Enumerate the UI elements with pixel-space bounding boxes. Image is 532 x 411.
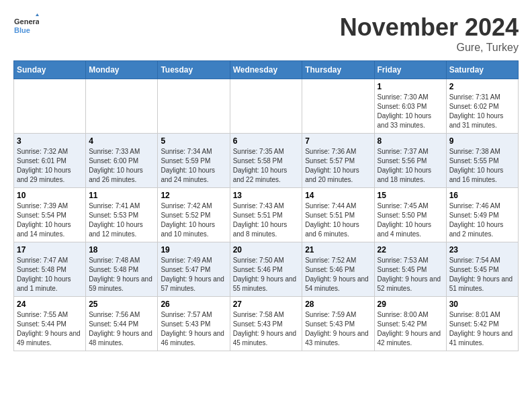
- svg-marker-2: [36, 13, 39, 16]
- day-number: 19: [161, 245, 226, 255]
- logo-svg: General Blue: [13, 13, 39, 39]
- day-info: Sunrise: 7:35 AM Sunset: 5:58 PM Dayligh…: [233, 147, 300, 185]
- day-info: Sunrise: 7:58 AM Sunset: 5:43 PM Dayligh…: [233, 310, 300, 348]
- day-info: Sunrise: 7:59 AM Sunset: 5:43 PM Dayligh…: [305, 310, 371, 348]
- day-number: 15: [378, 191, 443, 200]
- day-info: Sunrise: 7:45 AM Sunset: 5:50 PM Dayligh…: [378, 201, 443, 239]
- calendar-cell: [14, 79, 86, 134]
- day-number: 30: [449, 300, 515, 309]
- day-number: 13: [233, 191, 300, 200]
- calendar-cell: 14Sunrise: 7:44 AM Sunset: 5:51 PM Dayli…: [302, 188, 374, 242]
- day-info: Sunrise: 7:52 AM Sunset: 5:46 PM Dayligh…: [305, 256, 371, 293]
- calendar-week-3: 10Sunrise: 7:39 AM Sunset: 5:54 PM Dayli…: [14, 188, 519, 242]
- day-number: 2: [449, 82, 515, 91]
- calendar-table: SundayMondayTuesdayWednesdayThursdayFrid…: [13, 60, 519, 351]
- calendar-cell: 29Sunrise: 8:00 AM Sunset: 5:42 PM Dayli…: [374, 297, 446, 351]
- day-number: 27: [233, 300, 300, 309]
- calendar-header-wednesday: Wednesday: [230, 61, 302, 79]
- calendar-cell: 13Sunrise: 7:43 AM Sunset: 5:51 PM Dayli…: [230, 188, 302, 242]
- calendar-cell: 20Sunrise: 7:50 AM Sunset: 5:46 PM Dayli…: [230, 242, 302, 297]
- svg-text:General: General: [14, 17, 39, 26]
- day-number: 12: [161, 191, 226, 200]
- day-info: Sunrise: 7:34 AM Sunset: 5:59 PM Dayligh…: [161, 147, 226, 185]
- calendar-week-1: 1Sunrise: 7:30 AM Sunset: 6:03 PM Daylig…: [14, 79, 519, 134]
- day-number: 21: [305, 245, 371, 255]
- location: Gure, Turkey: [340, 42, 519, 54]
- calendar-cell: 9Sunrise: 7:38 AM Sunset: 5:55 PM Daylig…: [446, 134, 518, 188]
- calendar-cell: 15Sunrise: 7:45 AM Sunset: 5:50 PM Dayli…: [374, 188, 446, 242]
- day-number: 17: [17, 245, 83, 255]
- day-number: 18: [89, 245, 154, 255]
- calendar-cell: 18Sunrise: 7:48 AM Sunset: 5:48 PM Dayli…: [86, 242, 158, 297]
- page-header: General Blue November 2024 Gure, Turkey: [13, 13, 519, 54]
- day-info: Sunrise: 7:46 AM Sunset: 5:49 PM Dayligh…: [449, 201, 515, 239]
- day-info: Sunrise: 7:30 AM Sunset: 6:03 PM Dayligh…: [378, 93, 443, 130]
- calendar-header-tuesday: Tuesday: [158, 61, 230, 79]
- calendar-cell: 27Sunrise: 7:58 AM Sunset: 5:43 PM Dayli…: [230, 297, 302, 351]
- day-info: Sunrise: 7:39 AM Sunset: 5:54 PM Dayligh…: [17, 201, 83, 239]
- day-info: Sunrise: 7:31 AM Sunset: 6:02 PM Dayligh…: [449, 93, 515, 130]
- day-number: 16: [449, 191, 515, 200]
- calendar-cell: [302, 79, 374, 134]
- calendar-cell: 3Sunrise: 7:32 AM Sunset: 6:01 PM Daylig…: [14, 134, 86, 188]
- day-number: 6: [233, 136, 300, 146]
- day-number: 22: [378, 245, 443, 255]
- calendar-cell: 17Sunrise: 7:47 AM Sunset: 5:48 PM Dayli…: [14, 242, 86, 297]
- svg-text:Blue: Blue: [14, 26, 30, 34]
- day-info: Sunrise: 7:38 AM Sunset: 5:55 PM Dayligh…: [449, 147, 515, 185]
- day-number: 8: [378, 136, 443, 146]
- day-number: 9: [449, 136, 515, 146]
- day-info: Sunrise: 7:37 AM Sunset: 5:56 PM Dayligh…: [378, 147, 443, 185]
- day-number: 28: [305, 300, 371, 309]
- calendar-cell: [230, 79, 302, 134]
- day-number: 24: [17, 300, 83, 309]
- day-number: 29: [378, 300, 443, 309]
- month-title: November 2024: [340, 13, 519, 42]
- day-number: 25: [89, 300, 154, 309]
- calendar-cell: 30Sunrise: 8:01 AM Sunset: 5:42 PM Dayli…: [446, 297, 518, 351]
- logo: General Blue: [13, 13, 39, 39]
- day-info: Sunrise: 7:44 AM Sunset: 5:51 PM Dayligh…: [305, 201, 371, 239]
- day-number: 14: [305, 191, 371, 200]
- day-number: 4: [89, 136, 154, 146]
- day-info: Sunrise: 7:48 AM Sunset: 5:48 PM Dayligh…: [89, 256, 154, 293]
- day-info: Sunrise: 7:54 AM Sunset: 5:45 PM Dayligh…: [449, 256, 515, 293]
- day-info: Sunrise: 7:57 AM Sunset: 5:43 PM Dayligh…: [161, 310, 226, 348]
- day-number: 11: [89, 191, 154, 200]
- calendar-cell: 16Sunrise: 7:46 AM Sunset: 5:49 PM Dayli…: [446, 188, 518, 242]
- day-info: Sunrise: 7:33 AM Sunset: 6:00 PM Dayligh…: [89, 147, 154, 185]
- calendar-cell: [86, 79, 158, 134]
- calendar-cell: 22Sunrise: 7:53 AM Sunset: 5:45 PM Dayli…: [374, 242, 446, 297]
- calendar-cell: [158, 79, 230, 134]
- calendar-cell: 11Sunrise: 7:41 AM Sunset: 5:53 PM Dayli…: [86, 188, 158, 242]
- day-info: Sunrise: 7:43 AM Sunset: 5:51 PM Dayligh…: [233, 201, 300, 239]
- day-info: Sunrise: 7:50 AM Sunset: 5:46 PM Dayligh…: [233, 256, 300, 293]
- day-number: 26: [161, 300, 226, 309]
- day-number: 23: [449, 245, 515, 255]
- day-info: Sunrise: 8:00 AM Sunset: 5:42 PM Dayligh…: [378, 310, 443, 348]
- calendar-cell: 7Sunrise: 7:36 AM Sunset: 5:57 PM Daylig…: [302, 134, 374, 188]
- day-number: 10: [17, 191, 83, 200]
- calendar-header-thursday: Thursday: [302, 61, 374, 79]
- calendar-header-friday: Friday: [374, 61, 446, 79]
- calendar-cell: 1Sunrise: 7:30 AM Sunset: 6:03 PM Daylig…: [374, 79, 446, 134]
- calendar-week-5: 24Sunrise: 7:55 AM Sunset: 5:44 PM Dayli…: [14, 297, 519, 351]
- calendar-cell: 25Sunrise: 7:56 AM Sunset: 5:44 PM Dayli…: [86, 297, 158, 351]
- day-info: Sunrise: 7:55 AM Sunset: 5:44 PM Dayligh…: [17, 310, 83, 348]
- day-info: Sunrise: 7:53 AM Sunset: 5:45 PM Dayligh…: [378, 256, 443, 293]
- calendar-cell: 24Sunrise: 7:55 AM Sunset: 5:44 PM Dayli…: [14, 297, 86, 351]
- calendar-cell: 23Sunrise: 7:54 AM Sunset: 5:45 PM Dayli…: [446, 242, 518, 297]
- calendar-header-monday: Monday: [86, 61, 158, 79]
- calendar-cell: 19Sunrise: 7:49 AM Sunset: 5:47 PM Dayli…: [158, 242, 230, 297]
- day-info: Sunrise: 7:32 AM Sunset: 6:01 PM Dayligh…: [17, 147, 83, 185]
- calendar-week-4: 17Sunrise: 7:47 AM Sunset: 5:48 PM Dayli…: [14, 242, 519, 297]
- title-area: November 2024 Gure, Turkey: [340, 13, 519, 54]
- day-info: Sunrise: 7:47 AM Sunset: 5:48 PM Dayligh…: [17, 256, 83, 293]
- calendar-cell: 21Sunrise: 7:52 AM Sunset: 5:46 PM Dayli…: [302, 242, 374, 297]
- day-info: Sunrise: 7:49 AM Sunset: 5:47 PM Dayligh…: [161, 256, 226, 293]
- calendar-cell: 4Sunrise: 7:33 AM Sunset: 6:00 PM Daylig…: [86, 134, 158, 188]
- calendar-cell: 28Sunrise: 7:59 AM Sunset: 5:43 PM Dayli…: [302, 297, 374, 351]
- day-number: 7: [305, 136, 371, 146]
- day-number: 5: [161, 136, 226, 146]
- calendar-week-2: 3Sunrise: 7:32 AM Sunset: 6:01 PM Daylig…: [14, 134, 519, 188]
